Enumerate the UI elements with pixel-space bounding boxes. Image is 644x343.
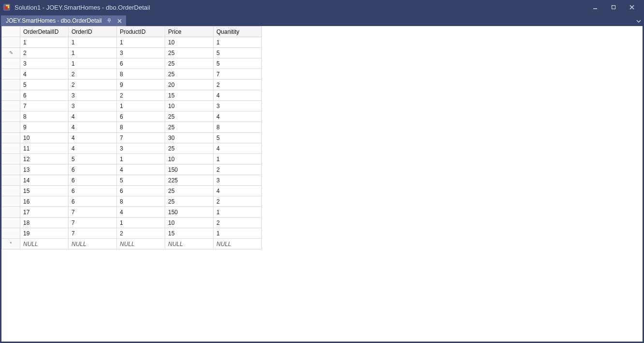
cell[interactable]: 3 (69, 90, 117, 101)
cell[interactable]: 3 (117, 48, 165, 58)
cell[interactable]: 4 (69, 111, 117, 122)
cell[interactable]: 10 (165, 37, 214, 48)
cell[interactable]: 25 (165, 111, 214, 122)
cell[interactable]: 5 (214, 48, 262, 58)
row-selector[interactable] (2, 154, 20, 165)
cell[interactable]: 30 (165, 133, 214, 143)
cell[interactable]: 4 (214, 186, 262, 196)
cell[interactable]: 3 (214, 101, 262, 111)
cell[interactable]: 4 (117, 207, 165, 218)
cell[interactable]: 18 (20, 218, 69, 228)
cell[interactable]: 8 (117, 69, 165, 80)
cell[interactable]: 3 (214, 175, 262, 186)
row-selector[interactable] (2, 101, 20, 111)
cell-null[interactable]: NULL (117, 239, 165, 249)
cell[interactable]: 15 (20, 186, 69, 196)
cell[interactable]: 10 (20, 133, 69, 143)
cell[interactable]: 7 (69, 228, 117, 239)
table-row[interactable]: 17741501 (2, 207, 262, 218)
cell[interactable]: 1 (117, 37, 165, 48)
cell[interactable]: 2 (214, 80, 262, 90)
cell[interactable]: 10 (165, 218, 214, 228)
cell[interactable]: 150 (165, 207, 214, 218)
cell[interactable]: 2 (214, 196, 262, 207)
row-selector[interactable] (2, 143, 20, 154)
cell[interactable]: 1 (69, 37, 117, 48)
cell[interactable]: 10 (165, 101, 214, 111)
cell[interactable]: 5 (20, 80, 69, 90)
cell[interactable]: 6 (69, 196, 117, 207)
column-header[interactable]: Quanitity (214, 27, 262, 37)
close-button[interactable] (624, 1, 640, 13)
table-row[interactable]: 948258 (2, 122, 262, 133)
table-row[interactable]: 1251101 (2, 154, 262, 165)
cell[interactable]: 1 (117, 218, 165, 228)
cell[interactable]: 2 (117, 228, 165, 239)
cell[interactable]: 9 (20, 122, 69, 133)
row-selector[interactable] (2, 186, 20, 196)
cell[interactable]: 11 (20, 143, 69, 154)
cell[interactable]: 2 (117, 90, 165, 101)
cell[interactable]: 1 (214, 37, 262, 48)
cell[interactable]: 2 (214, 218, 262, 228)
row-selector[interactable] (2, 207, 20, 218)
new-row[interactable]: *NULLNULLNULLNULLNULL (2, 239, 262, 249)
cell[interactable]: 25 (165, 186, 214, 196)
cell[interactable]: 6 (117, 111, 165, 122)
row-selector[interactable] (2, 111, 20, 122)
cell[interactable]: 25 (165, 69, 214, 80)
cell[interactable]: 2 (214, 165, 262, 175)
cell[interactable]: 10 (165, 154, 214, 165)
cell[interactable]: 2 (69, 80, 117, 90)
cell[interactable]: 14 (20, 175, 69, 186)
column-header[interactable]: OrderID (69, 27, 117, 37)
cell[interactable]: 8 (20, 111, 69, 122)
table-row[interactable]: 846254 (2, 111, 262, 122)
table-row[interactable]: 1871102 (2, 218, 262, 228)
cell[interactable]: 4 (69, 133, 117, 143)
data-grid[interactable]: OrderDetailIDOrderIDProductIDPriceQuanit… (1, 26, 262, 249)
column-header[interactable]: OrderDetailID (20, 27, 69, 37)
row-selector[interactable]: ✎ (2, 48, 20, 58)
table-row[interactable]: 1972151 (2, 228, 262, 239)
row-selector[interactable] (2, 218, 20, 228)
row-selector[interactable] (2, 69, 20, 80)
cell[interactable]: 5 (214, 58, 262, 69)
cell[interactable]: 20 (165, 80, 214, 90)
table-row[interactable]: 111101 (2, 37, 262, 48)
cell[interactable]: 5 (117, 175, 165, 186)
row-selector[interactable] (2, 228, 20, 239)
cell[interactable]: 6 (69, 165, 117, 175)
row-selector[interactable] (2, 122, 20, 133)
cell[interactable]: 8 (117, 122, 165, 133)
new-row-marker[interactable]: * (2, 239, 20, 249)
cell[interactable]: 4 (214, 143, 262, 154)
cell[interactable]: 4 (69, 143, 117, 154)
cell[interactable]: 4 (214, 90, 262, 101)
cell[interactable]: 7 (69, 218, 117, 228)
cell[interactable]: 2 (20, 48, 69, 58)
cell-null[interactable]: NULL (165, 239, 214, 249)
pin-icon[interactable] (106, 17, 113, 24)
cell[interactable]: 7 (117, 133, 165, 143)
cell[interactable]: 1 (69, 58, 117, 69)
minimize-button[interactable] (587, 1, 603, 13)
table-row[interactable]: 13641502 (2, 165, 262, 175)
cell[interactable]: 8 (214, 122, 262, 133)
cell[interactable]: 1 (214, 228, 262, 239)
cell[interactable]: 13 (20, 165, 69, 175)
table-row[interactable]: ✎213255 (2, 48, 262, 58)
cell[interactable]: 150 (165, 165, 214, 175)
cell-null[interactable]: NULL (69, 239, 117, 249)
cell[interactable]: 19 (20, 228, 69, 239)
cell[interactable]: 2 (69, 69, 117, 80)
cell[interactable]: 1 (214, 207, 262, 218)
row-selector[interactable] (2, 165, 20, 175)
table-row[interactable]: 1566254 (2, 186, 262, 196)
table-row[interactable]: 428257 (2, 69, 262, 80)
cell[interactable]: 6 (117, 186, 165, 196)
cell[interactable]: 6 (69, 186, 117, 196)
cell[interactable]: 4 (117, 165, 165, 175)
cell[interactable]: 1 (69, 48, 117, 58)
row-header-corner[interactable] (2, 27, 20, 37)
